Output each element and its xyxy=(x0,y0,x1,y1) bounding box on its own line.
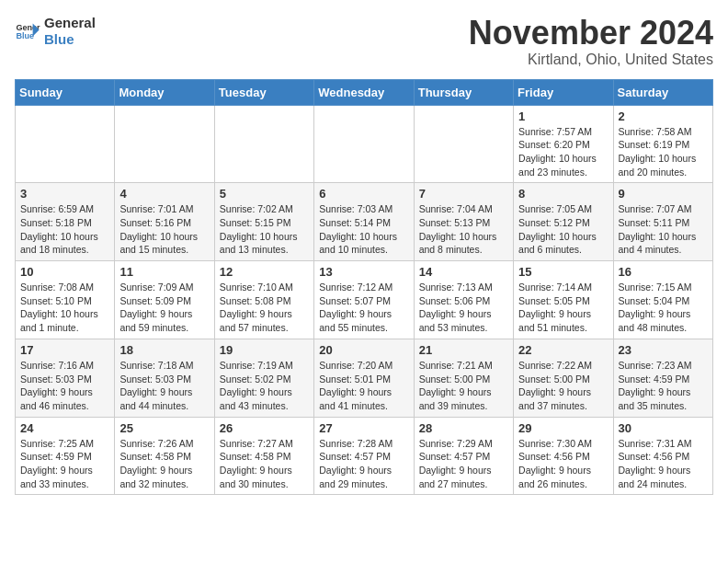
day-number: 18 xyxy=(119,343,209,357)
day-header-wednesday: Wednesday xyxy=(314,79,414,105)
day-number: 4 xyxy=(119,187,209,201)
calendar-cell: 19Sunrise: 7:19 AM Sunset: 5:02 PM Dayli… xyxy=(214,339,313,417)
calendar-week-row: 10Sunrise: 7:08 AM Sunset: 5:10 PM Dayli… xyxy=(16,261,713,339)
day-number: 3 xyxy=(20,187,109,201)
calendar-cell xyxy=(214,105,313,183)
day-detail: Sunrise: 7:58 AM Sunset: 6:19 PM Dayligh… xyxy=(619,125,708,179)
day-number: 20 xyxy=(319,343,408,357)
calendar-cell: 26Sunrise: 7:27 AM Sunset: 4:58 PM Dayli… xyxy=(214,417,313,495)
calendar-week-row: 24Sunrise: 7:25 AM Sunset: 4:59 PM Dayli… xyxy=(16,417,713,495)
day-header-sunday: Sunday xyxy=(16,79,115,105)
day-detail: Sunrise: 7:10 AM Sunset: 5:08 PM Dayligh… xyxy=(220,281,309,335)
day-number: 26 xyxy=(220,421,309,435)
calendar-cell: 12Sunrise: 7:10 AM Sunset: 5:08 PM Dayli… xyxy=(214,261,313,339)
day-number: 28 xyxy=(419,421,508,435)
calendar-cell: 25Sunrise: 7:26 AM Sunset: 4:58 PM Dayli… xyxy=(115,417,214,495)
day-detail: Sunrise: 7:26 AM Sunset: 4:58 PM Dayligh… xyxy=(119,437,209,491)
day-detail: Sunrise: 7:21 AM Sunset: 5:00 PM Dayligh… xyxy=(419,359,508,413)
page-header: General Blue General Blue November 2024 … xyxy=(15,15,713,68)
day-number: 6 xyxy=(319,187,408,201)
logo-general-text: General xyxy=(44,15,96,31)
day-detail: Sunrise: 6:59 AM Sunset: 5:18 PM Dayligh… xyxy=(20,202,109,257)
calendar-cell: 10Sunrise: 7:08 AM Sunset: 5:10 PM Dayli… xyxy=(16,261,115,339)
day-detail: Sunrise: 7:12 AM Sunset: 5:07 PM Dayligh… xyxy=(319,281,408,335)
calendar-cell xyxy=(414,105,513,183)
day-number: 21 xyxy=(419,343,508,357)
day-number: 25 xyxy=(119,421,209,435)
calendar-cell: 17Sunrise: 7:16 AM Sunset: 5:03 PM Dayli… xyxy=(16,339,115,417)
day-detail: Sunrise: 7:05 AM Sunset: 5:12 PM Dayligh… xyxy=(518,202,608,257)
day-detail: Sunrise: 7:03 AM Sunset: 5:14 PM Dayligh… xyxy=(319,202,408,257)
day-number: 11 xyxy=(119,265,209,279)
calendar-cell: 4Sunrise: 7:01 AM Sunset: 5:16 PM Daylig… xyxy=(115,183,214,261)
title-area: November 2024 Kirtland, Ohio, United Sta… xyxy=(469,15,713,68)
day-detail: Sunrise: 7:18 AM Sunset: 5:03 PM Dayligh… xyxy=(119,359,209,413)
day-detail: Sunrise: 7:01 AM Sunset: 5:16 PM Dayligh… xyxy=(119,202,209,257)
calendar-table: SundayMondayTuesdayWednesdayThursdayFrid… xyxy=(15,79,713,496)
day-detail: Sunrise: 7:22 AM Sunset: 5:00 PM Dayligh… xyxy=(518,359,608,413)
day-number: 23 xyxy=(619,343,708,357)
calendar-cell: 6Sunrise: 7:03 AM Sunset: 5:14 PM Daylig… xyxy=(314,183,414,261)
day-detail: Sunrise: 7:57 AM Sunset: 6:20 PM Dayligh… xyxy=(518,125,608,179)
day-detail: Sunrise: 7:07 AM Sunset: 5:11 PM Dayligh… xyxy=(619,202,708,257)
calendar-cell: 14Sunrise: 7:13 AM Sunset: 5:06 PM Dayli… xyxy=(414,261,513,339)
calendar-cell: 3Sunrise: 6:59 AM Sunset: 5:18 PM Daylig… xyxy=(16,183,115,261)
day-detail: Sunrise: 7:31 AM Sunset: 4:56 PM Dayligh… xyxy=(619,437,708,491)
day-detail: Sunrise: 7:08 AM Sunset: 5:10 PM Dayligh… xyxy=(20,281,109,335)
calendar-cell: 27Sunrise: 7:28 AM Sunset: 4:57 PM Dayli… xyxy=(314,417,414,495)
day-detail: Sunrise: 7:16 AM Sunset: 5:03 PM Dayligh… xyxy=(20,359,109,413)
day-number: 2 xyxy=(619,109,708,123)
calendar-cell: 2Sunrise: 7:58 AM Sunset: 6:19 PM Daylig… xyxy=(613,105,712,183)
calendar-cell xyxy=(16,105,115,183)
day-detail: Sunrise: 7:14 AM Sunset: 5:05 PM Dayligh… xyxy=(518,281,608,335)
day-detail: Sunrise: 7:13 AM Sunset: 5:06 PM Dayligh… xyxy=(419,281,508,335)
day-number: 9 xyxy=(619,187,708,201)
calendar-cell: 18Sunrise: 7:18 AM Sunset: 5:03 PM Dayli… xyxy=(115,339,214,417)
day-number: 17 xyxy=(20,343,109,357)
calendar-cell: 7Sunrise: 7:04 AM Sunset: 5:13 PM Daylig… xyxy=(414,183,513,261)
day-detail: Sunrise: 7:25 AM Sunset: 4:59 PM Dayligh… xyxy=(20,437,109,491)
day-detail: Sunrise: 7:28 AM Sunset: 4:57 PM Dayligh… xyxy=(319,437,408,491)
calendar-cell: 11Sunrise: 7:09 AM Sunset: 5:09 PM Dayli… xyxy=(115,261,214,339)
calendar-cell: 20Sunrise: 7:20 AM Sunset: 5:01 PM Dayli… xyxy=(314,339,414,417)
day-header-monday: Monday xyxy=(115,79,214,105)
day-header-thursday: Thursday xyxy=(414,79,513,105)
logo: General Blue General Blue xyxy=(15,15,96,48)
calendar-week-row: 17Sunrise: 7:16 AM Sunset: 5:03 PM Dayli… xyxy=(16,339,713,417)
day-detail: Sunrise: 7:30 AM Sunset: 4:56 PM Dayligh… xyxy=(518,437,608,491)
month-title: November 2024 xyxy=(469,15,713,52)
day-number: 10 xyxy=(20,265,109,279)
logo-icon: General Blue xyxy=(15,18,40,44)
calendar-cell: 30Sunrise: 7:31 AM Sunset: 4:56 PM Dayli… xyxy=(613,417,712,495)
day-detail: Sunrise: 7:23 AM Sunset: 4:59 PM Dayligh… xyxy=(619,359,708,413)
day-number: 7 xyxy=(419,187,508,201)
day-number: 12 xyxy=(220,265,309,279)
day-number: 1 xyxy=(518,109,608,123)
day-detail: Sunrise: 7:02 AM Sunset: 5:15 PM Dayligh… xyxy=(220,202,309,257)
day-detail: Sunrise: 7:27 AM Sunset: 4:58 PM Dayligh… xyxy=(220,437,309,491)
calendar-cell: 15Sunrise: 7:14 AM Sunset: 5:05 PM Dayli… xyxy=(514,261,613,339)
calendar-cell: 21Sunrise: 7:21 AM Sunset: 5:00 PM Dayli… xyxy=(414,339,513,417)
day-detail: Sunrise: 7:09 AM Sunset: 5:09 PM Dayligh… xyxy=(119,281,209,335)
day-header-saturday: Saturday xyxy=(613,79,712,105)
logo-blue-text: Blue xyxy=(44,31,96,48)
day-detail: Sunrise: 7:19 AM Sunset: 5:02 PM Dayligh… xyxy=(220,359,309,413)
calendar-cell: 5Sunrise: 7:02 AM Sunset: 5:15 PM Daylig… xyxy=(214,183,313,261)
calendar-cell: 22Sunrise: 7:22 AM Sunset: 5:00 PM Dayli… xyxy=(514,339,613,417)
calendar-cell: 28Sunrise: 7:29 AM Sunset: 4:57 PM Dayli… xyxy=(414,417,513,495)
day-number: 8 xyxy=(518,187,608,201)
day-detail: Sunrise: 7:04 AM Sunset: 5:13 PM Dayligh… xyxy=(419,202,508,257)
day-number: 30 xyxy=(619,421,708,435)
day-detail: Sunrise: 7:15 AM Sunset: 5:04 PM Dayligh… xyxy=(619,281,708,335)
day-number: 13 xyxy=(319,265,408,279)
calendar-cell: 9Sunrise: 7:07 AM Sunset: 5:11 PM Daylig… xyxy=(613,183,712,261)
calendar-week-row: 3Sunrise: 6:59 AM Sunset: 5:18 PM Daylig… xyxy=(16,183,713,261)
calendar-cell: 8Sunrise: 7:05 AM Sunset: 5:12 PM Daylig… xyxy=(514,183,613,261)
day-number: 5 xyxy=(220,187,309,201)
calendar-cell: 23Sunrise: 7:23 AM Sunset: 4:59 PM Dayli… xyxy=(613,339,712,417)
calendar-cell: 29Sunrise: 7:30 AM Sunset: 4:56 PM Dayli… xyxy=(514,417,613,495)
calendar-cell: 16Sunrise: 7:15 AM Sunset: 5:04 PM Dayli… xyxy=(613,261,712,339)
day-header-friday: Friday xyxy=(514,79,613,105)
location-text: Kirtland, Ohio, United States xyxy=(469,52,713,68)
day-number: 22 xyxy=(518,343,608,357)
